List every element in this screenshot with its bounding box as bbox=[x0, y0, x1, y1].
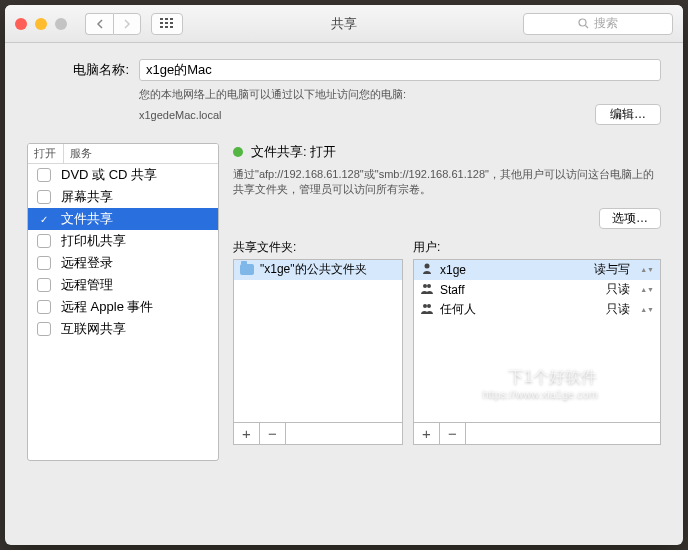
service-checkbox[interactable] bbox=[37, 278, 51, 292]
user-icon bbox=[420, 282, 434, 297]
service-row[interactable]: 远程管理 bbox=[28, 274, 218, 296]
svg-point-15 bbox=[427, 304, 431, 308]
service-checkbox[interactable] bbox=[37, 256, 51, 270]
nav-buttons bbox=[85, 13, 141, 35]
svg-rect-6 bbox=[160, 26, 163, 28]
user-row[interactable]: Staff只读▲▼ bbox=[414, 280, 660, 300]
remove-user-button[interactable]: − bbox=[440, 423, 466, 444]
show-all-button[interactable] bbox=[151, 13, 183, 35]
options-button[interactable]: 选项… bbox=[599, 208, 661, 229]
svg-rect-0 bbox=[160, 18, 163, 20]
service-row[interactable]: 互联网共享 bbox=[28, 318, 218, 340]
svg-rect-1 bbox=[165, 18, 168, 20]
users-listbox[interactable]: x1ge读与写▲▼Staff只读▲▼任何人只读▲▼ bbox=[413, 259, 661, 423]
folder-label: "x1ge"的公共文件夹 bbox=[260, 261, 367, 278]
svg-point-12 bbox=[423, 284, 427, 288]
add-folder-button[interactable]: + bbox=[234, 423, 260, 444]
remove-folder-button[interactable]: − bbox=[260, 423, 286, 444]
folders-label: 共享文件夹: bbox=[233, 239, 403, 256]
user-row[interactable]: 任何人只读▲▼ bbox=[414, 300, 660, 320]
minimize-icon[interactable] bbox=[35, 18, 47, 30]
svg-rect-3 bbox=[160, 22, 163, 24]
user-permission[interactable]: 只读 bbox=[606, 281, 630, 298]
svg-rect-5 bbox=[170, 22, 173, 24]
service-checkbox[interactable] bbox=[37, 190, 51, 204]
services-panel: 打开 服务 DVD 或 CD 共享屏幕共享✓文件共享打印机共享远程登录远程管理远… bbox=[27, 143, 219, 461]
service-label: 远程登录 bbox=[61, 254, 113, 272]
hostname: x1gedeMac.local bbox=[139, 109, 222, 121]
service-label: 屏幕共享 bbox=[61, 188, 113, 206]
service-checkbox[interactable] bbox=[37, 168, 51, 182]
header-service[interactable]: 服务 bbox=[64, 144, 218, 163]
forward-button[interactable] bbox=[113, 13, 141, 35]
search-icon bbox=[578, 18, 589, 29]
user-icon bbox=[420, 262, 434, 277]
content-area: 电脑名称: x1ge的Mac 您的本地网络上的电脑可以通过以下地址访问您的电脑:… bbox=[5, 43, 683, 545]
search-input[interactable]: 搜索 bbox=[523, 13, 673, 35]
service-label: 文件共享 bbox=[61, 210, 113, 228]
folders-listbox[interactable]: "x1ge"的公共文件夹 bbox=[233, 259, 403, 423]
svg-point-14 bbox=[423, 304, 427, 308]
service-row[interactable]: 屏幕共享 bbox=[28, 186, 218, 208]
service-label: 打印机共享 bbox=[61, 232, 126, 250]
user-name: Staff bbox=[440, 283, 464, 297]
service-label: DVD 或 CD 共享 bbox=[61, 166, 157, 184]
service-row[interactable]: 打印机共享 bbox=[28, 230, 218, 252]
service-checkbox[interactable] bbox=[37, 300, 51, 314]
status-title: 文件共享: 打开 bbox=[251, 143, 336, 161]
sharing-preferences-window: 共享 搜索 电脑名称: x1ge的Mac 您的本地网络上的电脑可以通过以下地址访… bbox=[5, 5, 683, 545]
service-label: 远程管理 bbox=[61, 276, 113, 294]
user-name: x1ge bbox=[440, 263, 466, 277]
chevron-icon: ▲▼ bbox=[640, 286, 654, 293]
svg-rect-8 bbox=[170, 26, 173, 28]
services-list: DVD 或 CD 共享屏幕共享✓文件共享打印机共享远程登录远程管理远程 Appl… bbox=[28, 164, 218, 340]
search-placeholder: 搜索 bbox=[594, 15, 618, 32]
close-icon[interactable] bbox=[15, 18, 27, 30]
service-row[interactable]: ✓文件共享 bbox=[28, 208, 218, 230]
add-user-button[interactable]: + bbox=[414, 423, 440, 444]
user-permission[interactable]: 只读 bbox=[606, 301, 630, 318]
user-row[interactable]: x1ge读与写▲▼ bbox=[414, 260, 660, 280]
users-buttons: + − bbox=[413, 423, 661, 445]
user-name: 任何人 bbox=[440, 301, 476, 318]
svg-rect-4 bbox=[165, 22, 168, 24]
back-button[interactable] bbox=[85, 13, 113, 35]
chevron-icon: ▲▼ bbox=[640, 266, 654, 273]
status-description: 通过"afp://192.168.61.128"或"smb://192.168.… bbox=[233, 167, 661, 198]
svg-line-10 bbox=[586, 26, 589, 29]
service-label: 远程 Apple 事件 bbox=[61, 298, 153, 316]
users-label: 用户: bbox=[413, 239, 661, 256]
edit-button[interactable]: 编辑… bbox=[595, 104, 661, 125]
folder-row[interactable]: "x1ge"的公共文件夹 bbox=[234, 260, 402, 280]
header-on[interactable]: 打开 bbox=[28, 144, 64, 163]
user-icon bbox=[420, 302, 434, 317]
service-row[interactable]: 远程登录 bbox=[28, 252, 218, 274]
svg-point-13 bbox=[427, 284, 431, 288]
computer-name-input[interactable]: x1ge的Mac bbox=[139, 59, 661, 81]
folder-icon bbox=[240, 264, 254, 275]
service-checkbox[interactable] bbox=[37, 322, 51, 336]
svg-point-9 bbox=[579, 19, 586, 26]
svg-point-11 bbox=[425, 264, 430, 269]
service-checkbox[interactable]: ✓ bbox=[37, 212, 51, 226]
service-checkbox[interactable] bbox=[37, 234, 51, 248]
svg-rect-7 bbox=[165, 26, 168, 28]
user-permission[interactable]: 读与写 bbox=[594, 261, 630, 278]
svg-rect-2 bbox=[170, 18, 173, 20]
zoom-icon[interactable] bbox=[55, 18, 67, 30]
services-header: 打开 服务 bbox=[28, 144, 218, 164]
service-label: 互联网共享 bbox=[61, 320, 126, 338]
status-indicator-icon bbox=[233, 147, 243, 157]
service-row[interactable]: 远程 Apple 事件 bbox=[28, 296, 218, 318]
folders-buttons: + − bbox=[233, 423, 403, 445]
computer-name-label: 电脑名称: bbox=[27, 61, 129, 79]
computer-desc: 您的本地网络上的电脑可以通过以下地址访问您的电脑: bbox=[139, 87, 661, 102]
detail-panel: 文件共享: 打开 通过"afp://192.168.61.128"或"smb:/… bbox=[233, 143, 661, 461]
window-controls bbox=[15, 18, 67, 30]
chevron-icon: ▲▼ bbox=[640, 306, 654, 313]
service-row[interactable]: DVD 或 CD 共享 bbox=[28, 164, 218, 186]
titlebar: 共享 搜索 bbox=[5, 5, 683, 43]
